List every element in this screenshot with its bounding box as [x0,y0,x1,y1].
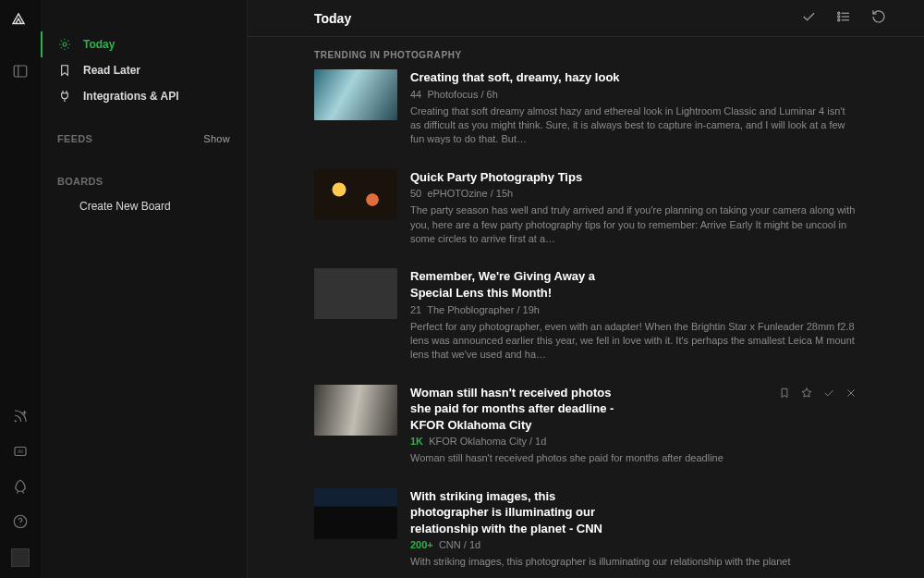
article-source: Photofocus [427,89,478,100]
star-icon[interactable] [800,387,813,403]
article-summary: The party season has well and truly arri… [410,203,857,246]
help-icon[interactable] [12,513,29,534]
article-source: The Phoblographer [427,304,514,315]
create-board-link[interactable]: Create New Board [41,194,247,218]
svg-point-8 [838,12,840,14]
article-thumbnail [314,488,397,539]
section-title: TRENDING IN PHOTOGRAPHY [314,50,857,60]
sidebar-item-label: Today [83,38,115,51]
article-age: 6h [487,89,498,100]
panel-toggle-icon[interactable] [12,63,29,83]
article-meta: 21 The Phoblographer / 19h [410,304,857,315]
article-list: TRENDING IN PHOTOGRAPHY Creating that so… [248,37,924,578]
article-thumbnail [314,69,397,120]
plug-icon [57,89,72,104]
refresh-icon[interactable] [870,8,887,29]
sidebar-item-label: Read Later [83,64,140,77]
article-source: CNN [439,539,461,550]
svg-point-6 [19,524,20,525]
today-icon [57,37,72,52]
svg-rect-0 [14,66,27,77]
article-source: KFOR Oklahoma City [429,436,527,447]
sidebar-item-today[interactable]: Today [41,31,247,57]
article-meta: 44 Photofocus / 6h [410,89,857,100]
article-row[interactable]: Creating that soft, dreamy, hazy look44 … [314,69,857,147]
article-title: Woman still hasn't received photos she p… [410,385,623,434]
article-row[interactable]: Woman still hasn't received photos she p… [314,385,857,466]
svg-text:AI: AI [18,449,23,454]
article-summary: Creating that soft dreamy almost hazy an… [410,105,857,147]
feeds-header: FEEDS Show [41,126,247,152]
article-title: Remember, We're Giving Away a Special Le… [410,268,623,301]
article-age: 1d [469,539,480,550]
svg-point-10 [838,15,840,17]
close-icon[interactable] [845,387,857,403]
save-icon[interactable] [778,387,791,403]
layout-icon[interactable] [835,8,852,29]
svg-point-7 [63,43,67,46]
sidebar-item-label: Integrations & API [83,90,179,103]
sidebar-item-integrations[interactable]: Integrations & API [41,83,247,109]
article-title: With striking images, this photographer … [410,488,623,537]
article-row[interactable]: Remember, We're Giving Away a Special Le… [314,268,857,362]
sidebar-item-read-later[interactable]: Read Later [41,57,247,83]
logo-icon[interactable] [10,11,30,31]
boards-header: BOARDS [41,168,247,194]
row-actions [778,387,857,403]
feeds-show-link[interactable]: Show [203,133,230,144]
article-thumbnail [314,385,397,436]
article-summary: Perfect for any photographer, even with … [410,320,857,363]
check-icon[interactable] [822,387,835,403]
engagement-count: 50 [410,188,421,199]
engagement-count: 1K [410,436,423,447]
article-title: Quick Party Photography Tips [410,169,623,186]
article-row[interactable]: Quick Party Photography Tips50 ePHOTOzin… [314,169,857,247]
article-summary: With striking images, this photographer … [410,555,857,569]
svg-point-2 [15,420,17,422]
article-thumbnail [314,268,397,319]
article-meta: 50 ePHOTOzine / 15h [410,188,857,199]
article-meta: 200+ CNN / 1d [410,539,857,550]
add-feed-icon[interactable] [12,408,29,428]
account-square-icon[interactable] [11,548,30,567]
article-title: Creating that soft, dreamy, hazy look [410,69,623,86]
article-thumbnail [314,169,397,220]
ai-icon[interactable]: AI [12,443,29,463]
topbar: Today [248,0,924,37]
bookmark-icon [57,63,72,78]
page-title: Today [314,11,800,26]
mark-read-icon[interactable] [800,8,817,29]
rocket-icon[interactable] [12,478,29,498]
icon-rail: AI [0,0,41,578]
article-source: ePHOTOzine [427,188,487,199]
article-age: 19h [523,304,540,315]
sidebar: Today Read Later Integrations & API FEED… [41,0,248,578]
article-meta: 1K KFOR Oklahoma City / 1d [410,436,857,447]
engagement-count: 44 [410,89,421,100]
article-summary: Woman still hasn't received photos she p… [410,451,857,465]
article-age: 1d [535,436,546,447]
engagement-count: 200+ [410,539,433,550]
svg-point-12 [838,18,840,20]
article-row[interactable]: With striking images, this photographer … [314,488,857,570]
article-age: 15h [496,188,513,199]
engagement-count: 21 [410,304,421,315]
main: Today TRENDING IN PHOTOGRAPHY Creating t… [248,0,924,578]
